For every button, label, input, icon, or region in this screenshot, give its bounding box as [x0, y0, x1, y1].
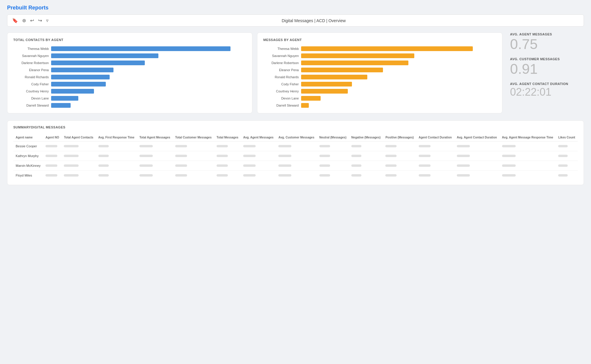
table-row: Kathryn Murphy	[13, 151, 578, 161]
agent-name-cell: Floyd Miles	[13, 171, 43, 180]
table-cell	[349, 141, 383, 151]
cell-placeholder	[419, 174, 431, 177]
bookmark-icon[interactable]: 🔖	[12, 18, 18, 23]
bar-track	[51, 53, 246, 58]
table-cell	[317, 151, 349, 161]
cell-placeholder	[139, 164, 153, 167]
bar-fill	[51, 103, 71, 108]
table-cell	[173, 161, 214, 171]
table-body: Bessie CooperKathryn MurphyMarvin McKinn…	[13, 141, 578, 180]
cell-placeholder	[502, 174, 516, 177]
cell-placeholder	[98, 174, 109, 177]
bar-fill	[301, 82, 352, 86]
cell-placeholder	[46, 145, 57, 147]
cell-placeholder	[98, 164, 109, 167]
bar-row: Ronald Richards	[13, 75, 246, 79]
table-cell	[61, 171, 96, 180]
bar-row: Eleanor Pena	[263, 68, 496, 72]
bar-label: Darrell Steward	[263, 104, 299, 107]
cell-placeholder	[502, 164, 516, 167]
filter-icon[interactable]: ▿	[46, 18, 48, 23]
table-cell	[383, 151, 416, 161]
cell-placeholder	[46, 174, 57, 177]
top-charts-section: TOTAL CONTACTS BY AGENT Theresa Webb Sav…	[7, 32, 584, 113]
bar-fill	[51, 68, 113, 72]
bar-track	[51, 46, 246, 51]
kpi-avg-contact-duration-value: 02:22:01	[510, 87, 584, 97]
table-cell	[383, 141, 416, 151]
summary-section: SUMMARYDIGITAL MESSAGES Agent nameAgent …	[7, 120, 584, 185]
bar-track	[51, 61, 246, 65]
bar-row: Darlene Robertson	[263, 61, 496, 65]
bar-track	[51, 82, 246, 86]
table-cell	[241, 161, 276, 171]
cell-placeholder	[419, 155, 431, 157]
bar-track	[301, 61, 496, 65]
table-row: Marvin McKinney	[13, 161, 578, 171]
table-cell	[276, 141, 317, 151]
bar-label: Ronald Richards	[13, 75, 49, 79]
table-cell	[556, 141, 578, 151]
kpi-avg-agent-messages-value: 0.75	[510, 37, 584, 51]
agent-name-cell: Bessie Cooper	[13, 141, 43, 151]
bar-label: Courtney Henry	[13, 89, 49, 93]
bar-label: Darrell Steward	[13, 104, 49, 107]
cell-placeholder	[385, 174, 397, 177]
table-cell	[96, 161, 137, 171]
bar-fill	[301, 96, 321, 101]
messages-by-agent-bar-chart: Theresa Webb Savannah Nguyen Darlene Rob…	[263, 46, 496, 108]
table-col-header: Total Agent Contacts	[61, 134, 96, 141]
table-cell	[137, 151, 173, 161]
bar-fill	[301, 75, 367, 79]
table-col-header: Avg. Agent Messages	[241, 134, 276, 141]
table-cell	[500, 171, 556, 180]
kpi-avg-contact-duration-label: AVG. AGENT CONTACT DURATION	[510, 82, 584, 86]
table-cell	[454, 161, 500, 171]
cell-placeholder	[64, 174, 79, 177]
cell-placeholder	[98, 145, 109, 147]
bar-fill	[51, 89, 94, 94]
bar-row: Courtney Henry	[263, 89, 496, 94]
bar-label: Devon Lane	[13, 97, 49, 100]
table-cell	[349, 151, 383, 161]
bar-track	[301, 82, 496, 86]
toolbar-icons: 🔖 ⊛ ↩ ↪ ▿	[12, 18, 48, 23]
toolbar-breadcrumb: Digital Messages | ACD | Overview	[48, 18, 579, 23]
cell-placeholder	[502, 155, 516, 157]
bar-track	[51, 96, 246, 101]
bar-fill	[51, 61, 145, 65]
redo-icon[interactable]: ↪	[38, 18, 42, 23]
cell-placeholder	[319, 155, 330, 157]
table-cell	[137, 171, 173, 180]
cell-placeholder	[278, 145, 291, 147]
table-cell	[500, 161, 556, 171]
table-col-header: Agent Contact Duration	[416, 134, 454, 141]
table-col-header: Agent name	[13, 134, 43, 141]
table-cell	[416, 151, 454, 161]
cell-placeholder	[217, 174, 228, 177]
undo-icon[interactable]: ↩	[30, 18, 34, 23]
bar-label: Savannah Nguyen	[13, 54, 49, 58]
cell-placeholder	[419, 164, 431, 167]
table-cell	[96, 141, 137, 151]
cell-placeholder	[139, 155, 153, 157]
cell-placeholder	[351, 155, 361, 157]
table-cell	[454, 141, 500, 151]
bar-track	[301, 89, 496, 94]
history-icon[interactable]: ⊛	[22, 18, 26, 23]
table-cell	[96, 151, 137, 161]
bar-fill	[301, 68, 383, 72]
cell-placeholder	[243, 164, 256, 167]
total-contacts-bar-chart: Theresa Webb Savannah Nguyen Darlene Rob…	[13, 46, 246, 108]
cell-placeholder	[217, 155, 228, 157]
cell-placeholder	[217, 164, 228, 167]
bar-label: Darlene Robertson	[263, 61, 299, 65]
bar-fill	[51, 82, 106, 86]
table-col-header: Avg. Customer Messages	[276, 134, 317, 141]
bar-row: Cody Fisher	[263, 82, 496, 86]
table-cell	[61, 151, 96, 161]
bar-label: Courtney Henry	[263, 89, 299, 93]
kpi-avg-agent-messages: AVG. AGENT MESSAGES 0.75	[510, 32, 584, 51]
table-cell	[349, 161, 383, 171]
table-cell	[556, 151, 578, 161]
